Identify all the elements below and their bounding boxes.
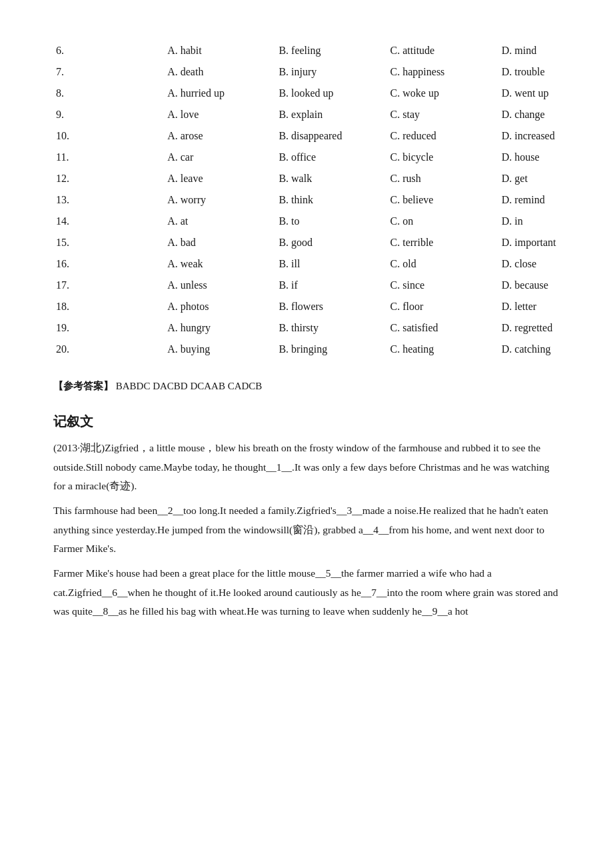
question-cell: D. mind	[499, 40, 560, 61]
question-cell: D. in	[499, 211, 560, 232]
question-cell: C. floor	[388, 296, 499, 317]
question-cell: A. bad	[165, 232, 276, 253]
question-cell: D. increased	[499, 125, 560, 147]
answers-section: 【参考答案】 BABDC DACBD DCAAB CADCB	[53, 380, 560, 393]
table-row: 15.A. badB. goodC. terribleD. important	[53, 232, 560, 253]
question-cell: 8.	[53, 83, 165, 104]
question-cell: C. old	[388, 253, 499, 275]
question-cell: A. death	[165, 61, 276, 83]
question-cell: A. leave	[165, 168, 276, 189]
question-cell: C. on	[388, 211, 499, 232]
table-row: 7.A. deathB. injuryC. happinessD. troubl…	[53, 61, 560, 83]
question-cell: C. satisfied	[388, 317, 499, 339]
question-cell: A. at	[165, 211, 276, 232]
answers-groups: BABDC DACBD DCAAB CADCB	[116, 381, 263, 391]
question-cell: B. bringing	[276, 339, 387, 360]
question-cell: C. stay	[388, 104, 499, 125]
question-cell: 18.	[53, 296, 165, 317]
question-cell: A. worry	[165, 189, 276, 211]
table-row: 16.A. weakB. illC. oldD. close	[53, 253, 560, 275]
question-cell: D. change	[499, 104, 560, 125]
answers-label: 【参考答案】	[53, 381, 113, 391]
question-cell: D. close	[499, 253, 560, 275]
table-row: 11.A. carB. officeC. bicycleD. house	[53, 147, 560, 168]
question-cell: A. weak	[165, 253, 276, 275]
table-row: 6.A. habitB. feelingC. attitudeD. mind	[53, 40, 560, 61]
question-cell: 15.	[53, 232, 165, 253]
question-cell: B. explain	[276, 104, 387, 125]
question-cell: D. trouble	[499, 61, 560, 83]
question-cell: C. happiness	[388, 61, 499, 83]
question-cell: A. unless	[165, 275, 276, 296]
question-cell: B. looked up	[276, 83, 387, 104]
question-cell: A. car	[165, 147, 276, 168]
question-cell: A. arose	[165, 125, 276, 147]
question-cell: 11.	[53, 147, 165, 168]
table-row: 12.A. leaveB. walkC. rushD. get	[53, 168, 560, 189]
question-cell: B. thirsty	[276, 317, 387, 339]
question-cell: 6.	[53, 40, 165, 61]
question-cell: A. hungry	[165, 317, 276, 339]
passage: (2013·湖北)Zigfried，a little mouse，blew hi…	[53, 439, 560, 621]
question-cell: 17.	[53, 275, 165, 296]
passage-paragraph: Farmer Mike's house had been a great pla…	[53, 564, 560, 621]
question-cell: D. remind	[499, 189, 560, 211]
question-cell: D. house	[499, 147, 560, 168]
question-cell: D. because	[499, 275, 560, 296]
question-cell: A. hurried up	[165, 83, 276, 104]
question-cell: B. ill	[276, 253, 387, 275]
table-row: 9.A. loveB. explainC. stayD. change	[53, 104, 560, 125]
question-cell: 13.	[53, 189, 165, 211]
question-cell: D. important	[499, 232, 560, 253]
question-cell: C. attitude	[388, 40, 499, 61]
question-cell: 14.	[53, 211, 165, 232]
table-row: 18.A. photosB. flowersC. floorD. letter	[53, 296, 560, 317]
question-cell: C. bicycle	[388, 147, 499, 168]
question-cell: 20.	[53, 339, 165, 360]
question-cell: B. walk	[276, 168, 387, 189]
question-cell: B. feeling	[276, 40, 387, 61]
question-cell: C. terrible	[388, 232, 499, 253]
question-cell: C. woke up	[388, 83, 499, 104]
questions-table: 6.A. habitB. feelingC. attitudeD. mind7.…	[53, 40, 560, 360]
question-cell: 10.	[53, 125, 165, 147]
question-cell: C. believe	[388, 189, 499, 211]
section-title: 记叙文	[53, 413, 560, 431]
table-row: 20.A. buyingB. bringingC. heatingD. catc…	[53, 339, 560, 360]
question-cell: 7.	[53, 61, 165, 83]
table-row: 14.A. atB. toC. onD. in	[53, 211, 560, 232]
question-cell: A. habit	[165, 40, 276, 61]
question-cell: B. if	[276, 275, 387, 296]
table-row: 17.A. unlessB. ifC. sinceD. because	[53, 275, 560, 296]
question-cell: D. regretted	[499, 317, 560, 339]
question-cell: D. catching	[499, 339, 560, 360]
question-cell: 9.	[53, 104, 165, 125]
passage-paragraph: This farmhouse had been__2__too long.It …	[53, 501, 560, 559]
question-cell: C. since	[388, 275, 499, 296]
question-cell: B. injury	[276, 61, 387, 83]
question-cell: C. reduced	[388, 125, 499, 147]
question-cell: A. love	[165, 104, 276, 125]
question-cell: B. think	[276, 189, 387, 211]
passage-paragraph: (2013·湖北)Zigfried，a little mouse，blew hi…	[53, 439, 560, 496]
question-cell: 19.	[53, 317, 165, 339]
question-cell: 12.	[53, 168, 165, 189]
table-row: 13.A. worryB. thinkC. believeD. remind	[53, 189, 560, 211]
question-cell: D. went up	[499, 83, 560, 104]
table-row: 8.A. hurried upB. looked upC. woke upD. …	[53, 83, 560, 104]
question-cell: B. to	[276, 211, 387, 232]
table-row: 19.A. hungryB. thirstyC. satisfiedD. reg…	[53, 317, 560, 339]
question-cell: B. office	[276, 147, 387, 168]
question-cell: B. disappeared	[276, 125, 387, 147]
question-cell: A. photos	[165, 296, 276, 317]
question-cell: D. letter	[499, 296, 560, 317]
table-row: 10.A. aroseB. disappearedC. reducedD. in…	[53, 125, 560, 147]
question-cell: D. get	[499, 168, 560, 189]
question-cell: 16.	[53, 253, 165, 275]
question-cell: C. rush	[388, 168, 499, 189]
question-cell: B. flowers	[276, 296, 387, 317]
question-cell: C. heating	[388, 339, 499, 360]
question-cell: A. buying	[165, 339, 276, 360]
question-cell: B. good	[276, 232, 387, 253]
